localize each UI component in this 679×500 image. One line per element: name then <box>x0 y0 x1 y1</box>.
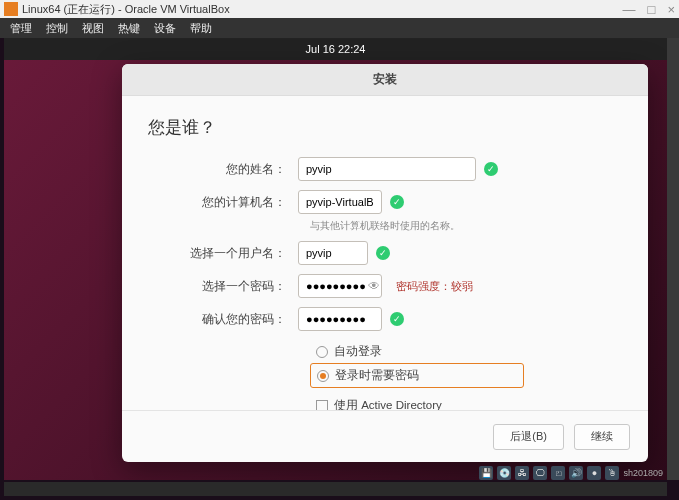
check-icon: ✓ <box>376 246 390 260</box>
radio-label: 自动登录 <box>334 344 382 359</box>
host-horizontal-scrollbar[interactable] <box>4 482 667 496</box>
gnome-topbar: Jul 16 22:24 <box>4 38 667 60</box>
tray-display-icon[interactable]: 🖵 <box>533 466 547 480</box>
tray-host-key: sh201809 <box>623 466 663 480</box>
tray-audio-icon[interactable]: 🔊 <box>569 466 583 480</box>
continue-button[interactable]: 继续 <box>574 424 630 450</box>
page-heading: 您是谁？ <box>148 116 622 139</box>
menu-item[interactable]: 设备 <box>154 21 176 36</box>
radio-require-password[interactable]: 登录时需要密码 <box>310 363 524 388</box>
installer-window: 安装 您是谁？ 您的姓名： ✓ 您的计算机名： ✓ 与其他计算机联络时使用的名称… <box>122 64 648 462</box>
checkbox-icon <box>316 400 328 411</box>
radio-auto-login[interactable]: 自动登录 <box>310 340 622 363</box>
tray-disk-icon[interactable]: 💾 <box>479 466 493 480</box>
label-username: 选择一个用户名： <box>148 246 298 261</box>
hostname-hint: 与其他计算机联络时使用的名称。 <box>310 219 622 233</box>
tray-record-icon[interactable]: ● <box>587 466 601 480</box>
eye-icon[interactable]: 👁 <box>368 279 380 293</box>
tray-network-icon[interactable]: 🖧 <box>515 466 529 480</box>
vm-status-tray: 💾 💿 🖧 🖵 ⏍ 🔊 ● 🖱 sh201809 <box>479 466 663 480</box>
menubar: 管理 控制 视图 热键 设备 帮助 <box>0 18 679 38</box>
check-icon: ✓ <box>484 162 498 176</box>
app-icon <box>4 2 18 16</box>
radio-icon <box>317 370 329 382</box>
label-password-confirm: 确认您的密码： <box>148 312 298 327</box>
label-password: 选择一个密码： <box>148 279 298 294</box>
check-icon: ✓ <box>390 195 404 209</box>
clock[interactable]: Jul 16 22:24 <box>306 43 366 55</box>
radio-icon <box>316 346 328 358</box>
checkbox-use-ad[interactable]: 使用 Active Directory <box>310 394 622 410</box>
minimize-button[interactable]: — <box>623 2 636 17</box>
username-input[interactable] <box>298 241 368 265</box>
close-button[interactable]: × <box>667 2 675 17</box>
checkbox-label: 使用 Active Directory <box>334 398 442 410</box>
window-titlebar: Linux64 (正在运行) - Oracle VM VirtualBox — … <box>0 0 679 18</box>
label-hostname: 您的计算机名： <box>148 195 298 210</box>
hostname-input[interactable] <box>298 190 382 214</box>
tray-disc-icon[interactable]: 💿 <box>497 466 511 480</box>
host-vertical-scrollbar[interactable] <box>667 38 679 480</box>
password-confirm-input[interactable] <box>298 307 382 331</box>
name-input[interactable] <box>298 157 476 181</box>
window-title: Linux64 (正在运行) - Oracle VM VirtualBox <box>22 2 230 17</box>
radio-label: 登录时需要密码 <box>335 368 419 383</box>
maximize-button[interactable]: □ <box>648 2 656 17</box>
back-button[interactable]: 后退(B) <box>493 424 564 450</box>
tray-usb-icon[interactable]: ⏍ <box>551 466 565 480</box>
menu-item[interactable]: 帮助 <box>190 21 212 36</box>
menu-item[interactable]: 控制 <box>46 21 68 36</box>
installer-title: 安装 <box>122 64 648 96</box>
label-name: 您的姓名： <box>148 162 298 177</box>
check-icon: ✓ <box>390 312 404 326</box>
password-strength: 密码强度：较弱 <box>396 279 473 294</box>
menu-item[interactable]: 热键 <box>118 21 140 36</box>
menu-item[interactable]: 视图 <box>82 21 104 36</box>
guest-screen: Jul 16 22:24 安装 您是谁？ 您的姓名： ✓ 您的计算机名： ✓ 与… <box>4 38 667 480</box>
tray-mouse-icon[interactable]: 🖱 <box>605 466 619 480</box>
installer-footer: 后退(B) 继续 <box>122 410 648 462</box>
menu-item[interactable]: 管理 <box>10 21 32 36</box>
